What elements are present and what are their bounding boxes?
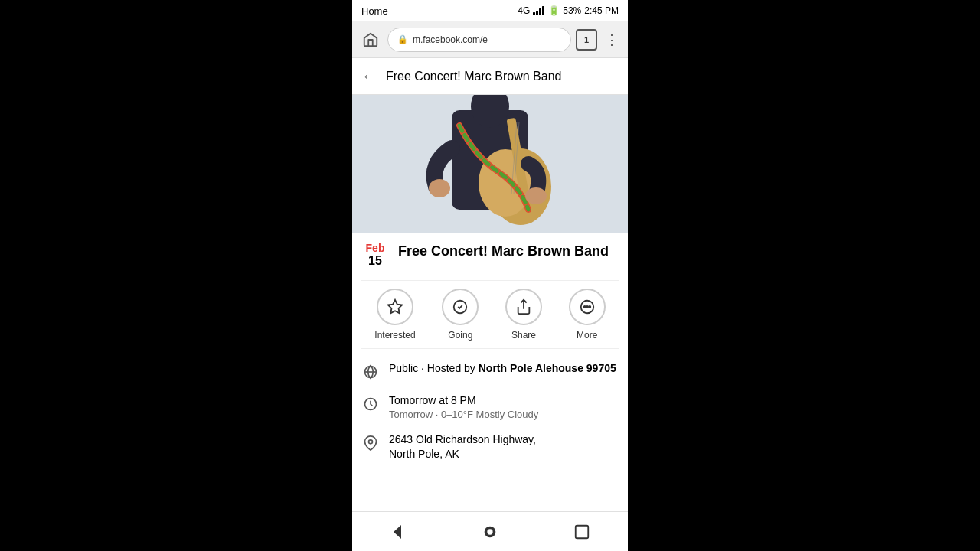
home-button[interactable] — [358, 28, 383, 52]
host-info-row: Public · Hosted by North Pole Alehouse 9… — [361, 361, 619, 381]
host-name: North Pole Alehouse 99705 — [479, 362, 616, 374]
more-action-button[interactable]: More — [569, 289, 606, 341]
interested-label: Interested — [374, 330, 415, 341]
globe-icon — [363, 364, 378, 380]
time-info-text: Tomorrow at 8 PM Tomorrow · 0–10°F Mostl… — [389, 393, 619, 420]
nav-back-button[interactable] — [383, 517, 413, 547]
svg-rect-2 — [539, 8, 541, 15]
battery-level: 53% — [563, 5, 581, 16]
lock-icon: 🔒 — [397, 34, 408, 44]
location-address: 2643 Old Richardson Highway, — [389, 432, 619, 448]
share-circle — [505, 289, 542, 325]
home-icon — [362, 31, 379, 48]
location-city: North Pole, AK — [389, 447, 619, 462]
dot-separator: · — [421, 362, 427, 374]
share-icon — [515, 298, 532, 315]
hosted-by-text: Hosted by — [427, 362, 475, 374]
page-header: ← Free Concert! Marc Brown Band — [352, 58, 628, 95]
svg-point-20 — [589, 306, 590, 308]
check-icon — [452, 298, 469, 315]
more-icon — [579, 298, 596, 315]
location-row: 2643 Old Richardson Highway, North Pole,… — [361, 432, 619, 462]
svg-rect-3 — [542, 6, 544, 15]
host-primary: Public · Hosted by North Pole Alehouse 9… — [389, 361, 619, 377]
svg-rect-27 — [576, 525, 589, 538]
back-button[interactable]: ← — [361, 67, 377, 85]
nav-home-icon — [482, 523, 498, 540]
svg-point-23 — [369, 439, 373, 443]
nav-recents-icon — [573, 523, 590, 540]
event-image — [352, 95, 628, 233]
svg-rect-0 — [533, 12, 535, 15]
status-indicators: 4G 🔋 53% 2:45 PM — [518, 5, 619, 16]
location-pin-icon — [363, 435, 378, 451]
svg-point-26 — [487, 529, 492, 534]
svg-point-12 — [429, 179, 450, 197]
guitar-player-illustration — [352, 95, 628, 233]
action-buttons: Interested Going — [361, 280, 619, 349]
visibility-text: Public — [389, 362, 418, 374]
going-circle — [442, 289, 479, 325]
signal-icon — [533, 6, 545, 15]
more-circle — [569, 289, 606, 325]
page-title: Free Concert! Marc Brown Band — [386, 70, 561, 83]
svg-point-19 — [586, 306, 588, 308]
time-primary: Tomorrow at 8 PM — [389, 393, 619, 409]
battery-icon: 🔋 — [548, 5, 560, 16]
phone-frame: Home 4G 🔋 53% 2:45 PM 🔒 m.facebook.com/e — [352, 0, 628, 551]
nav-bar — [352, 511, 628, 551]
url-text: m.facebook.com/e — [413, 34, 488, 45]
location-icon-container — [361, 434, 380, 452]
nav-back-icon — [389, 523, 407, 541]
event-title: Free Concert! Marc Brown Band — [398, 242, 609, 259]
status-home: Home — [361, 5, 388, 17]
date-block: Feb 15 — [361, 242, 389, 268]
interested-button[interactable]: Interested — [374, 289, 415, 341]
signal-text: 4G — [518, 5, 530, 16]
more-label: More — [577, 330, 597, 341]
event-date-row: Feb 15 Free Concert! Marc Brown Band — [361, 242, 619, 268]
svg-rect-1 — [536, 11, 538, 15]
browser-chrome: 🔒 m.facebook.com/e 1 ⋮ — [352, 21, 628, 58]
star-icon — [387, 298, 403, 315]
content-area: Feb 15 Free Concert! Marc Brown Band Int… — [352, 233, 628, 511]
share-button[interactable]: Share — [505, 289, 542, 341]
location-info-text: 2643 Old Richardson Highway, North Pole,… — [389, 432, 619, 462]
going-button[interactable]: Going — [442, 289, 479, 341]
svg-point-13 — [525, 187, 547, 204]
svg-marker-14 — [388, 300, 402, 313]
more-button[interactable]: ⋮ — [602, 28, 622, 51]
globe-icon-container — [361, 363, 380, 381]
share-label: Share — [511, 330, 536, 341]
tab-button[interactable]: 1 — [576, 29, 597, 51]
date-day: 15 — [368, 254, 382, 268]
clock-icon — [363, 396, 378, 412]
status-bar: Home 4G 🔋 53% 2:45 PM — [352, 0, 628, 21]
nav-recents-button[interactable] — [567, 517, 597, 547]
interested-circle — [377, 289, 413, 325]
svg-point-18 — [583, 306, 585, 308]
date-month: Feb — [366, 242, 385, 254]
address-bar[interactable]: 🔒 m.facebook.com/e — [387, 28, 571, 52]
time-info-row: Tomorrow at 8 PM Tomorrow · 0–10°F Mostl… — [361, 393, 619, 420]
going-label: Going — [448, 330, 472, 341]
time-secondary: Tomorrow · 0–10°F Mostly Cloudy — [389, 409, 619, 420]
svg-marker-24 — [394, 525, 401, 539]
time-display: 2:45 PM — [584, 5, 619, 16]
clock-icon-container — [361, 395, 380, 413]
host-info-text: Public · Hosted by North Pole Alehouse 9… — [389, 361, 619, 377]
nav-home-button[interactable] — [475, 517, 505, 547]
